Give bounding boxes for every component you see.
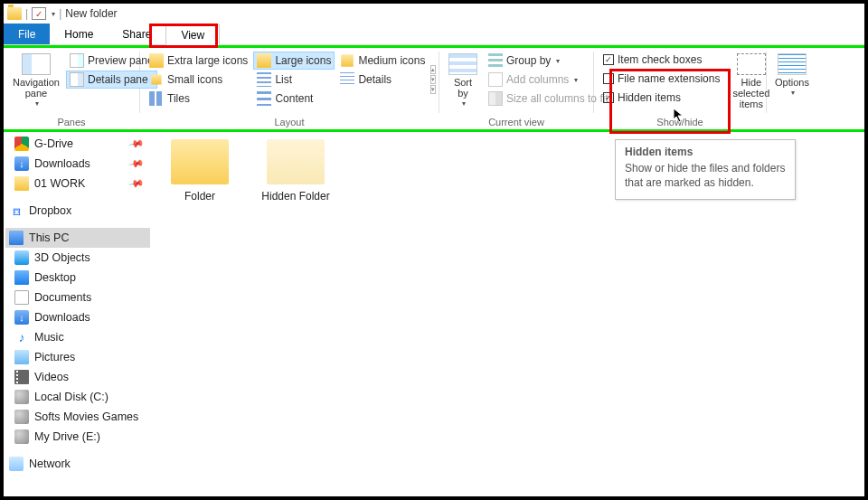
tree-documents[interactable]: Documents [5,288,150,307]
navigation-pane-button[interactable]: Navigation pane▾ [9,52,63,110]
preview-pane-icon [70,53,84,68]
file-item-hidden-folder[interactable]: Hidden Folder [257,136,335,203]
file-name-extensions[interactable]: File name extensions [599,71,723,87]
sort-by-button[interactable]: Sort by▾ [445,52,481,110]
videos-icon [14,370,29,384]
ribbon: Navigation pane▾ Preview pane Details pa… [4,48,864,129]
icon [149,53,164,68]
sizecol-icon [488,91,503,106]
folder-icon [171,139,229,184]
desktop-icon [14,270,29,285]
hidden-items[interactable]: ✓Hidden items [599,90,723,106]
sep: | [59,7,61,20]
tab-home[interactable]: Home [50,24,108,44]
tree-pictures[interactable]: Pictures [5,347,150,367]
icon [257,72,271,87]
tab-file[interactable]: File [4,24,50,44]
tooltip-hidden-items: Hidden items Show or hide the files and … [615,139,796,200]
layout-small[interactable]: Small icons [146,71,251,89]
tab-share[interactable]: Share [108,24,165,44]
pictures-icon [14,350,29,364]
tree-downloads[interactable]: Downloads📌 [5,154,150,174]
layout-medium[interactable]: Medium icons [336,52,429,70]
file-label: Folder [184,190,215,203]
icon [257,53,271,68]
tooltip-title: Hidden items [625,146,786,158]
tree-music[interactable]: ♪Music [5,327,150,347]
tree-3dobjects[interactable]: 3D Objects [5,248,150,268]
layout-list[interactable]: List [253,71,335,89]
hide-icon [737,53,766,75]
ribbon-group-panes: Navigation pane▾ Preview pane Details pa… [4,48,139,129]
tree-cdrive[interactable]: Local Disk (C:) [5,387,150,407]
options-button[interactable]: Options▾ [772,52,812,99]
gdrive-icon [14,137,29,151]
network-icon [9,457,24,471]
folder-icon [7,7,22,20]
dropbox-icon: ⧈ [9,203,24,218]
file-item-folder[interactable]: Folder [161,136,239,203]
tree-thispc[interactable]: This PC [5,228,150,248]
layout-content[interactable]: Content [253,90,335,108]
checkbox-icon: ✓ [603,92,614,103]
tab-view[interactable]: View [165,24,220,45]
tree-network[interactable]: Network [5,454,150,474]
icon [257,91,271,106]
sort-icon [448,53,477,75]
item-check-boxes[interactable]: ✓Item check boxes [599,52,723,68]
label: Navigation pane [13,77,60,99]
nav-tree[interactable]: G-Drive📌 Downloads📌 01 WORK📌 ⧈Dropbox Th… [4,134,152,496]
tree-edrive[interactable]: My Drive (E:) [5,427,150,447]
layout-tiles[interactable]: Tiles [146,90,251,108]
ribbon-group-layout: Extra large icons Small icons Tiles Larg… [140,48,439,129]
ribbon-group-show-hide: ✓Item check boxes File name extensions ✓… [594,48,766,129]
layout-scroll[interactable]: ▴▾▾ [430,52,436,108]
navigation-pane-icon [22,53,51,75]
group-label: Current view [439,117,593,127]
layout-large[interactable]: Large icons [253,52,335,70]
window-title: New folder [65,7,117,20]
pin-icon: 📌 [128,156,146,173]
tree-gdrive[interactable]: G-Drive📌 [5,134,150,154]
tree-work[interactable]: 01 WORK📌 [5,174,150,193]
options-icon [778,53,807,75]
group-icon [488,53,503,68]
group-by-button[interactable]: Group by▾ [485,52,612,70]
icon [149,91,164,106]
tree-videos[interactable]: Videos [5,367,150,387]
file-label: Hidden Folder [261,190,329,203]
group-label: Show/hide [594,117,766,127]
qat-dropdown-icon[interactable]: ▾ [52,10,55,18]
layout-extra-large[interactable]: Extra large icons [146,52,251,70]
tree-downloads2[interactable]: Downloads [5,307,150,327]
icon [151,74,161,84]
icon [340,72,354,87]
group-label: Panes [4,117,139,127]
tree-softs[interactable]: Softs Movies Games [5,407,150,427]
disk-icon [14,390,29,404]
title-bar: | ✓ ▾ | New folder [4,4,864,24]
add-columns-button[interactable]: Add columns▾ [485,71,612,89]
layout-details[interactable]: Details [336,71,429,89]
addcol-icon [488,72,503,87]
ribbon-tabs: File Home Share View [4,24,864,45]
checkbox-icon [603,73,614,84]
group-label: Layout [140,117,439,127]
download-icon [14,156,29,171]
size-columns-button[interactable]: Size all columns to fit [485,90,612,108]
qat-properties-icon[interactable]: ✓ [32,7,46,20]
tree-desktop[interactable]: Desktop [5,268,150,288]
sep: | [25,7,28,20]
tooltip-body: Show or hide the files and folders that … [625,162,786,190]
folder-icon [267,139,325,184]
disk-icon [14,410,29,424]
pin-icon: 📌 [128,136,146,153]
tree-dropbox[interactable]: ⧈Dropbox [5,201,150,221]
ribbon-group-options: Options▾ [767,48,817,129]
icon [342,54,354,67]
documents-icon [14,290,29,305]
ribbon-group-current-view: Sort by▾ Group by▾ Add columns▾ Size all… [439,48,593,129]
download-icon [14,310,29,325]
folder-icon [14,176,29,191]
3d-icon [14,250,29,265]
